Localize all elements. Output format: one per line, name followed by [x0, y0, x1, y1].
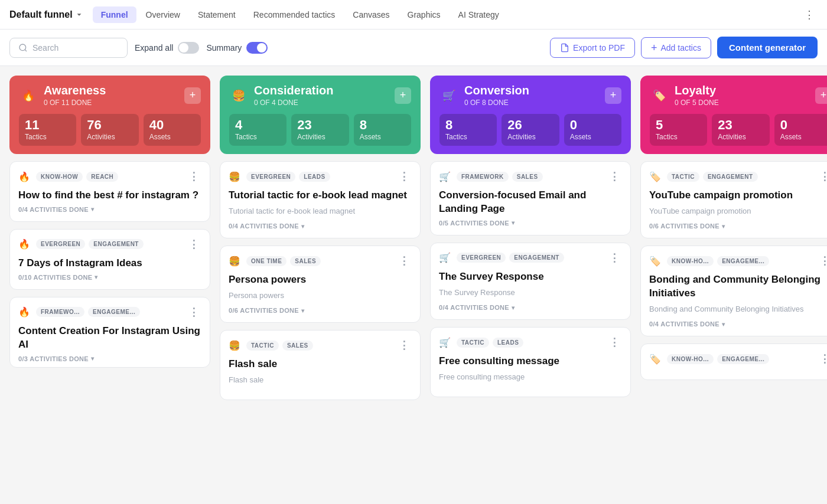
card-menu-icon[interactable]: ⋮	[186, 306, 201, 319]
stat-num: 4	[235, 119, 281, 132]
col-title-consideration: Consideration	[254, 84, 333, 97]
nav-tab-ai-strategy[interactable]: AI Strategy	[450, 6, 507, 23]
tactic-card[interactable]: 🔥EVERGREENENGAGEMENT⋮7 Days of Instagram…	[9, 229, 210, 290]
col-title-awareness: Awareness	[44, 84, 106, 97]
card-progress[interactable]: 0/5 ACTIVITIES DONE ▾	[439, 220, 622, 227]
column-header-conversion: 🛒Conversion0 OF 8 DONE+8Tactics26Activit…	[430, 76, 631, 154]
expand-toggle-switch[interactable]	[178, 42, 199, 54]
column-conversion: 🛒Conversion0 OF 8 DONE+8Tactics26Activit…	[430, 76, 631, 500]
export-pdf-button[interactable]: Export to PDF	[550, 38, 635, 58]
card-menu-icon[interactable]: ⋮	[607, 251, 622, 264]
nav-tabs: FunnelOverviewStatementRecommended tacti…	[93, 6, 796, 23]
card-type-icon: 🛒	[439, 337, 451, 348]
tactic-card[interactable]: 🏷️KNOW-HO...ENGAGEME...⋮Bonding and Comm…	[640, 246, 827, 336]
card-progress[interactable]: 0/10 ACTIVITIES DONE ▾	[18, 274, 201, 281]
progress-text: 0/3 ACTIVITIES DONE	[18, 355, 89, 362]
card-tags-left: 🛒EVERGREENENGAGEMENT	[439, 252, 564, 263]
stat-label: Assets	[780, 133, 826, 141]
summary-toggle[interactable]: Summary	[206, 42, 268, 54]
top-navigation: Default funnel FunnelOverviewStatementRe…	[0, 0, 827, 30]
stat-box-conversion-assets: 0Assets	[564, 114, 621, 146]
nav-tab-recommended-tactics[interactable]: Recommended tactics	[245, 6, 344, 23]
card-progress[interactable]: 0/6 ACTIVITIES DONE ▾	[649, 222, 827, 230]
brand-title[interactable]: Default funnel	[9, 9, 83, 20]
tactic-card[interactable]: 🏷️TACTICENGAGEMENT⋮YouTube campaign prom…	[640, 161, 827, 238]
col-add-button-conversion[interactable]: +	[605, 87, 621, 104]
tactic-card[interactable]: 🍔EVERGREENLEADS⋮Tutorial tactic for e-bo…	[220, 161, 421, 238]
tactic-card[interactable]: 🍔TACTICSALES⋮Flash saleFlash sale	[220, 330, 421, 400]
tactic-card[interactable]: 🛒FRAMEWORKSALES⋮Conversion-focused Email…	[430, 161, 631, 235]
card-tags-left: 🍔ONE TIMESALES	[229, 256, 321, 267]
tactic-card[interactable]: 🛒TACTICLEADS⋮Free consulting messageFree…	[430, 327, 631, 397]
card-type-icon: 🍔	[229, 340, 240, 351]
card-tags-row: 🔥EVERGREENENGAGEMENT⋮	[18, 238, 201, 251]
card-title: Flash sale	[229, 358, 412, 371]
col-add-button-awareness[interactable]: +	[184, 87, 201, 104]
nav-tab-statement[interactable]: Statement	[190, 6, 244, 23]
stat-label: Activities	[87, 133, 132, 141]
column-loyalty: 🏷️Loyalty0 OF 5 DONE+5Tactics23Activitie…	[640, 76, 827, 500]
card-title: Free consulting message	[439, 355, 622, 368]
card-tags-left: 🏷️KNOW-HO...ENGAGEME...	[649, 256, 769, 267]
progress-text: 0/6 ACTIVITIES DONE	[229, 307, 299, 314]
card-progress[interactable]: 0/4 ACTIVITIES DONE ▾	[229, 222, 412, 230]
card-tag: ENGAGEME...	[717, 256, 769, 266]
card-menu-icon[interactable]: ⋮	[607, 336, 622, 349]
stat-box-awareness-tactics: 11Tactics	[19, 114, 76, 146]
card-menu-icon[interactable]: ⋮	[186, 170, 201, 183]
card-tags-row: 🔥KNOW-HOWREACH⋮	[18, 170, 201, 183]
tactic-card[interactable]: 🏷️KNOW-HO...ENGAGEME...⋮	[640, 343, 827, 380]
card-title: 7 Days of Instagram Ideas	[18, 257, 201, 270]
stat-label: Tactics	[656, 133, 701, 141]
col-subtitle-conversion: 0 OF 8 DONE	[464, 99, 529, 107]
stat-label: Tactics	[25, 133, 70, 141]
stat-num: 8	[360, 119, 405, 132]
stat-label: Tactics	[445, 133, 491, 141]
col-add-button-consideration[interactable]: +	[395, 87, 411, 104]
card-type-icon: 🍔	[229, 256, 240, 267]
card-menu-icon[interactable]: ⋮	[396, 254, 412, 267]
card-menu-icon[interactable]: ⋮	[817, 254, 827, 267]
card-menu-icon[interactable]: ⋮	[817, 170, 827, 183]
conversion-column-icon: 🛒	[439, 86, 458, 105]
expand-all-toggle[interactable]: Expand all	[135, 42, 199, 54]
card-tag: EVERGREEN	[36, 239, 85, 249]
card-title: Conversion-focused Email and Landing Pag…	[439, 189, 622, 216]
card-progress[interactable]: 0/4 ACTIVITIES DONE ▾	[439, 304, 622, 311]
nav-tab-funnel[interactable]: Funnel	[93, 6, 136, 23]
add-tactics-button[interactable]: + Add tactics	[641, 37, 711, 58]
card-progress[interactable]: 0/3 ACTIVITIES DONE ▾	[18, 355, 201, 362]
card-menu-icon[interactable]: ⋮	[396, 339, 412, 352]
card-progress[interactable]: 0/4 ACTIVITIES DONE ▾	[18, 206, 201, 213]
card-menu-icon[interactable]: ⋮	[607, 170, 622, 183]
nav-tab-graphics[interactable]: Graphics	[399, 6, 449, 23]
card-progress[interactable]: 0/4 ACTIVITIES DONE ▾	[649, 320, 827, 328]
card-tags-left: 🍔TACTICSALES	[229, 340, 313, 351]
tactic-card[interactable]: 🍔ONE TIMESALES⋮Persona powersPersona pow…	[220, 246, 421, 323]
search-box[interactable]: Search	[9, 38, 128, 58]
card-menu-icon[interactable]: ⋮	[186, 238, 201, 251]
card-tags-row: 🏷️KNOW-HO...ENGAGEME...⋮	[649, 352, 827, 365]
col-add-button-loyalty[interactable]: +	[815, 87, 827, 104]
card-menu-icon[interactable]: ⋮	[396, 170, 412, 183]
summary-toggle-switch[interactable]	[246, 42, 268, 54]
card-tag: SALES	[290, 256, 321, 266]
chevron-down-icon: ▾	[301, 223, 304, 230]
content-generator-button[interactable]: Content generator	[717, 37, 818, 58]
card-title: The Survey Response	[439, 270, 622, 284]
card-tag: ENGAGEME...	[717, 354, 769, 364]
content-generator-label: Content generator	[729, 42, 806, 53]
tactic-card[interactable]: 🔥FRAMEWO...ENGAGEME...⋮Content Creation …	[9, 297, 210, 368]
tactic-card[interactable]: 🔥KNOW-HOWREACH⋮How to find the best # fo…	[9, 161, 210, 222]
nav-tab-canvases[interactable]: Canvases	[344, 6, 398, 23]
card-tag: ENGAGEMENT	[509, 253, 564, 263]
card-title: Persona powers	[229, 273, 412, 287]
more-options-icon[interactable]: ⋮	[801, 6, 818, 23]
card-menu-icon[interactable]: ⋮	[817, 352, 827, 365]
card-subtitle: Persona powers	[229, 290, 412, 301]
nav-tab-overview[interactable]: Overview	[138, 6, 188, 23]
card-tag: TACTIC	[667, 172, 699, 182]
card-progress[interactable]: 0/6 ACTIVITIES DONE ▾	[229, 307, 412, 314]
progress-text: 0/4 ACTIVITIES DONE	[439, 304, 509, 311]
tactic-card[interactable]: 🛒EVERGREENENGAGEMENT⋮The Survey Response…	[430, 243, 631, 320]
